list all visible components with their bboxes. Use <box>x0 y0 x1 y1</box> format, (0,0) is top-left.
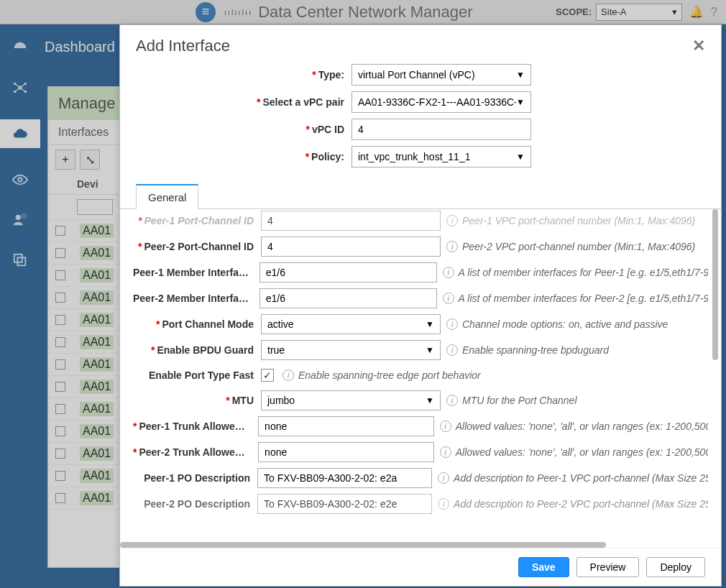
tab-general[interactable]: General <box>136 184 198 209</box>
field-row: Peer-1 PO DescriptioniAdd description to… <box>133 465 708 491</box>
horizontal-scrollbar[interactable] <box>120 542 606 548</box>
chevron-down-icon: ▼ <box>516 152 525 162</box>
field-hint: iChannel mode options: on, active and pa… <box>446 318 668 330</box>
add-interface-modal: Add Interface ✕ *Type: virtual Port Chan… <box>119 24 722 587</box>
field-row: *Peer-2 Port-Channel IDiPeer-2 VPC port-… <box>133 234 708 259</box>
field-hint: iAdd description to Peer-2 VPC port-chan… <box>438 498 708 510</box>
field-hint: iPeer-1 VPC port-channel number (Min:1, … <box>446 215 695 226</box>
vertical-scrollbar[interactable] <box>712 209 718 360</box>
modal-footer: Save Preview Deploy <box>120 548 721 586</box>
field-hint: iEnable spanning-tree edge port behavior <box>282 369 481 381</box>
field-label: *Peer-1 Port-Channel ID <box>133 215 261 226</box>
field-label: *Peer-2 Port-Channel ID <box>133 241 261 252</box>
field-label: *MTU <box>133 395 261 406</box>
type-select[interactable]: virtual Port Channel (vPC)▼ <box>351 64 531 86</box>
info-icon: i <box>443 267 454 278</box>
policy-label: *Policy: <box>136 151 351 162</box>
field-label: *Enable BPDU Guard <box>133 344 261 356</box>
info-icon: i <box>446 395 458 406</box>
preview-button[interactable]: Preview <box>576 557 640 577</box>
info-icon: i <box>446 318 458 330</box>
info-icon: i <box>440 446 451 458</box>
chevron-down-icon: ▼ <box>516 97 525 107</box>
field-select[interactable]: true▼ <box>261 340 441 360</box>
field-label: Peer-2 PO Description <box>133 498 257 510</box>
field-label: *Peer-2 Trunk Allowed… <box>133 446 258 458</box>
field-label: *Peer-1 Trunk Allowed… <box>133 421 258 432</box>
chevron-down-icon: ▼ <box>426 319 434 329</box>
field-hint: iA list of member interfaces for Peer-1 … <box>443 267 708 278</box>
field-select[interactable]: jumbo▼ <box>261 390 441 410</box>
field-input[interactable] <box>258 416 434 436</box>
modal-tabs: General <box>120 183 721 209</box>
field-label: Peer-1 Member Interfaces <box>133 267 259 278</box>
vpc-id-input[interactable] <box>351 119 531 140</box>
field-select[interactable]: active▼ <box>261 314 441 334</box>
info-icon: i <box>282 369 294 381</box>
field-hint: iA list of member interfaces for Peer-2 … <box>443 293 708 304</box>
field-row: *Peer-1 Trunk Allowed…iAllowed values: '… <box>133 413 708 439</box>
vpc-pair-label: *Select a vPC pair <box>136 96 351 108</box>
field-hint: iEnable spanning-tree bpduguard <box>446 344 609 356</box>
field-input[interactable] <box>257 494 432 514</box>
modal-top-form: *Type: virtual Port Channel (vPC)▼ *Sele… <box>120 61 721 180</box>
field-hint: iAllowed values: 'none', 'all', or vlan … <box>440 421 708 432</box>
field-row: Peer-2 PO DescriptioniAdd description to… <box>133 491 708 517</box>
info-icon: i <box>446 215 458 226</box>
save-button[interactable]: Save <box>518 557 569 577</box>
field-row: *Peer-1 Port-Channel IDiPeer-1 VPC port-… <box>133 209 708 234</box>
modal-body: *Peer-1 Port-Channel IDiPeer-1 VPC port-… <box>120 209 721 548</box>
field-row: *Enable BPDU Guardtrue▼iEnable spanning-… <box>133 337 708 363</box>
chevron-down-icon: ▼ <box>516 70 525 80</box>
field-label: Peer-2 Member Interfaces <box>133 293 259 304</box>
field-input[interactable] <box>261 236 441 257</box>
info-icon: i <box>446 344 458 356</box>
field-input[interactable] <box>257 468 432 488</box>
field-hint: iMTU for the Port Channel <box>446 395 577 406</box>
type-label: *Type: <box>136 69 351 81</box>
field-label: Peer-1 PO Description <box>133 472 257 484</box>
field-input[interactable] <box>261 211 441 231</box>
field-hint: iPeer-2 VPC port-channel number (Min:1, … <box>446 241 695 252</box>
field-row: *MTUjumbo▼iMTU for the Port Channel <box>133 387 708 413</box>
field-row: Peer-2 Member InterfacesiA list of membe… <box>133 285 708 311</box>
vpc-pair-select[interactable]: AA01-9336C-FX2-1---AA01-9336C-FX▼ <box>351 91 531 113</box>
field-hint: iAllowed values: 'none', 'all', or vlan … <box>440 446 708 458</box>
info-icon: i <box>438 498 449 510</box>
field-input[interactable] <box>259 288 437 308</box>
field-row: Enable Port Type Fast✓iEnable spanning-t… <box>133 363 708 387</box>
chevron-down-icon: ▼ <box>426 395 434 405</box>
checkbox[interactable]: ✓ <box>261 369 274 382</box>
deploy-button[interactable]: Deploy <box>646 557 705 577</box>
vpc-id-label: *vPC ID <box>136 124 351 135</box>
policy-select[interactable]: int_vpc_trunk_host_11_1▼ <box>351 146 531 167</box>
field-row: Peer-1 Member InterfacesiA list of membe… <box>133 259 708 285</box>
field-hint: iAdd description to Peer-1 VPC port-chan… <box>438 472 708 484</box>
info-icon: i <box>446 241 458 252</box>
info-icon: i <box>440 421 451 432</box>
field-row: *Port Channel Modeactive▼iChannel mode o… <box>133 311 708 337</box>
chevron-down-icon: ▼ <box>426 345 434 355</box>
info-icon: i <box>438 472 449 484</box>
field-input[interactable] <box>259 262 437 282</box>
field-label: Enable Port Type Fast <box>133 369 261 381</box>
close-icon[interactable]: ✕ <box>692 37 705 55</box>
field-input[interactable] <box>258 442 434 462</box>
info-icon: i <box>443 293 454 304</box>
field-label: *Port Channel Mode <box>133 318 261 330</box>
modal-title: Add Interface <box>136 37 230 55</box>
field-row: *Peer-2 Trunk Allowed…iAllowed values: '… <box>133 439 708 465</box>
